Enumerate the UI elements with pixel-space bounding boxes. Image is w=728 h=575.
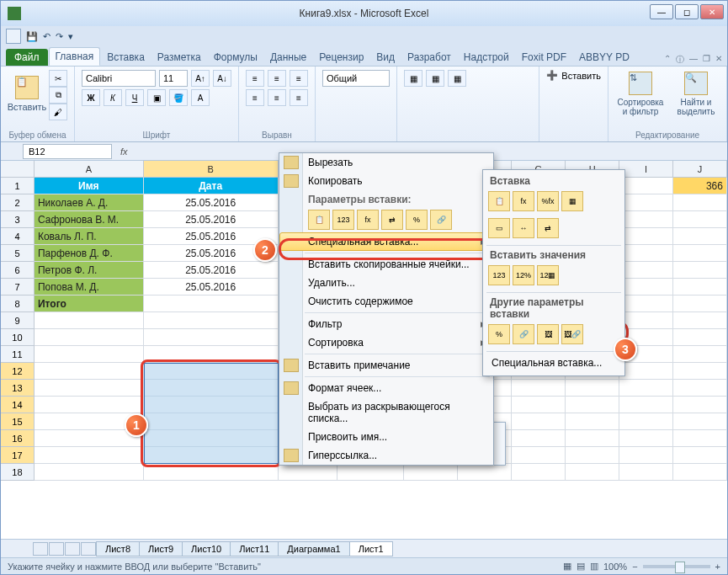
- font-color-icon[interactable]: A: [191, 89, 210, 106]
- ctx-assign-name[interactable]: Присвоить имя...: [279, 428, 493, 446]
- sheet-tab[interactable]: Лист10: [182, 541, 231, 556]
- format-painter-icon[interactable]: 🖌: [49, 104, 67, 120]
- sheet-tab[interactable]: Лист11: [230, 541, 279, 556]
- sheet-tab[interactable]: Диаграмма1: [278, 541, 349, 556]
- ribbon-minimize-icon[interactable]: ⌃: [664, 54, 671, 66]
- paste-option-all-icon[interactable]: 📋: [308, 210, 330, 230]
- sub-paste-width-icon[interactable]: ↔: [513, 218, 534, 238]
- table-cell[interactable]: Сафронова В. М.: [35, 211, 144, 228]
- table-cell[interactable]: Парфенов Д. Ф.: [35, 245, 144, 262]
- cell-style-icon[interactable]: ▦: [448, 70, 466, 87]
- file-tab[interactable]: Файл: [6, 49, 48, 66]
- underline-icon[interactable]: Ч: [125, 89, 144, 106]
- cut-icon[interactable]: ✂: [49, 70, 67, 87]
- ctx-clear[interactable]: Очистить содержимое: [279, 292, 493, 311]
- col-header-j[interactable]: J: [673, 161, 727, 177]
- align-right-icon[interactable]: ≡: [290, 89, 308, 106]
- cells-insert[interactable]: ➕ Вставить: [546, 70, 601, 81]
- value-cell[interactable]: 366: [673, 178, 727, 194]
- table-cell[interactable]: Николаев А. Д.: [35, 194, 144, 211]
- ctx-delete[interactable]: Удалить...: [279, 274, 493, 292]
- header-cell[interactable]: Дата: [144, 178, 279, 194]
- sub-paste-noborder-icon[interactable]: ▭: [488, 218, 510, 238]
- sub-values-fmt-icon[interactable]: 12%: [513, 265, 534, 285]
- view-layout-icon[interactable]: ▤: [577, 561, 585, 572]
- tab-insert[interactable]: Вставка: [101, 49, 151, 66]
- table-cell[interactable]: 25.05.2016: [144, 194, 279, 211]
- sub-paste-all-icon[interactable]: 📋: [488, 191, 510, 211]
- header-cell[interactable]: Имя: [35, 178, 144, 194]
- col-header-a[interactable]: A: [35, 161, 144, 177]
- row-header[interactable]: 1: [1, 178, 35, 194]
- zoom-level[interactable]: 100%: [603, 562, 627, 572]
- sub-paste-fx-icon[interactable]: fx: [513, 191, 534, 211]
- tab-foxit[interactable]: Foxit PDF: [516, 49, 572, 66]
- ctx-sort[interactable]: Сортировка▶: [279, 333, 493, 352]
- align-center-icon[interactable]: ≡: [268, 89, 286, 106]
- sub-other-link-icon[interactable]: 🔗: [513, 324, 534, 344]
- paste-option-transpose-icon[interactable]: ⇄: [381, 210, 403, 230]
- bold-icon[interactable]: Ж: [82, 89, 100, 106]
- tab-layout[interactable]: Разметка: [151, 49, 207, 66]
- font-name-select[interactable]: Calibri: [82, 70, 156, 87]
- sort-filter-button[interactable]: ⇅ Сортировка и фильтр: [615, 70, 666, 117]
- qat-dropdown-icon[interactable]: ▾: [68, 31, 73, 42]
- increase-font-icon[interactable]: A↑: [191, 70, 210, 87]
- paste-option-values-icon[interactable]: 123: [332, 210, 354, 230]
- qat-save-icon[interactable]: 💾: [26, 31, 38, 42]
- ctx-format-cells[interactable]: Формат ячеек...: [279, 379, 493, 397]
- tab-data[interactable]: Данные: [264, 49, 312, 66]
- copy-icon[interactable]: ⧉: [49, 87, 67, 104]
- fx-icon[interactable]: fx: [120, 146, 128, 157]
- ctx-copy[interactable]: Копировать: [279, 172, 493, 190]
- sub-values-icon[interactable]: 123: [488, 265, 510, 285]
- tab-abbyy[interactable]: ABBYY PD: [573, 49, 635, 66]
- italic-icon[interactable]: К: [104, 89, 122, 106]
- sheet-tab[interactable]: Лист9: [139, 541, 183, 556]
- align-mid-icon[interactable]: ≡: [268, 70, 286, 87]
- sub-values-src-icon[interactable]: 12▦: [537, 265, 559, 285]
- decrease-font-icon[interactable]: A↓: [213, 70, 231, 87]
- table-cell[interactable]: Коваль Л. П.: [35, 228, 144, 245]
- view-normal-icon[interactable]: ▦: [563, 561, 571, 572]
- table-cell[interactable]: 25.05.2016: [144, 262, 279, 279]
- find-select-button[interactable]: 🔍 Найти и выделить: [672, 70, 720, 117]
- table-cell[interactable]: Петров Ф. Л.: [35, 262, 144, 279]
- table-cell[interactable]: 25.05.2016: [144, 211, 279, 228]
- doc-minimize-icon[interactable]: —: [689, 54, 698, 66]
- tab-review[interactable]: Рецензир: [313, 49, 369, 66]
- sub-paste-fxfmt-icon[interactable]: %fx: [537, 191, 559, 211]
- cond-format-icon[interactable]: ▦: [404, 70, 422, 87]
- sub-other-pic-icon[interactable]: 🖼: [537, 324, 559, 344]
- ctx-hyperlink[interactable]: Гиперссылка...: [279, 446, 493, 465]
- ctx-filter[interactable]: Фильтр▶: [279, 315, 493, 333]
- tab-addons[interactable]: Надстрой: [458, 49, 515, 66]
- sheet-nav-next-icon[interactable]: [65, 542, 80, 556]
- ctx-insert-note[interactable]: Вставить примечание: [279, 356, 493, 375]
- col-header-i[interactable]: I: [619, 161, 673, 177]
- name-box[interactable]: B12: [23, 144, 112, 159]
- close-button[interactable]: ✕: [700, 4, 724, 19]
- doc-close-icon[interactable]: ✕: [715, 54, 722, 66]
- sub-other-fmt-icon[interactable]: %: [488, 324, 510, 344]
- minimize-button[interactable]: —: [650, 4, 673, 19]
- align-left-icon[interactable]: ≡: [246, 89, 264, 106]
- paste-option-link-icon[interactable]: 🔗: [430, 210, 452, 230]
- ctx-dropdown-list[interactable]: Выбрать из раскрывающегося списка...: [279, 397, 493, 428]
- ctx-insert-copied[interactable]: Вставить скопированные ячейки...: [279, 255, 493, 274]
- tab-formulas[interactable]: Формулы: [208, 49, 263, 66]
- number-format-select[interactable]: Общий: [322, 70, 390, 87]
- qat-undo-icon[interactable]: ↶: [43, 31, 50, 42]
- table-cell[interactable]: Попова М. Д.: [35, 279, 144, 295]
- zoom-out-icon[interactable]: −: [632, 562, 637, 572]
- font-size-select[interactable]: 11: [159, 70, 188, 87]
- doc-restore-icon[interactable]: ❐: [703, 54, 710, 66]
- tab-develop[interactable]: Разработ: [401, 49, 457, 66]
- qat-excel-icon[interactable]: [6, 29, 21, 44]
- sheet-tab-active[interactable]: Лист1: [349, 541, 393, 556]
- sub-paste-transpose-icon[interactable]: ⇄: [537, 218, 559, 238]
- border-icon[interactable]: ▣: [147, 89, 166, 106]
- col-header-b[interactable]: B: [144, 161, 279, 177]
- paste-button[interactable]: 📋 Вставить: [8, 70, 46, 117]
- align-bot-icon[interactable]: ≡: [290, 70, 308, 87]
